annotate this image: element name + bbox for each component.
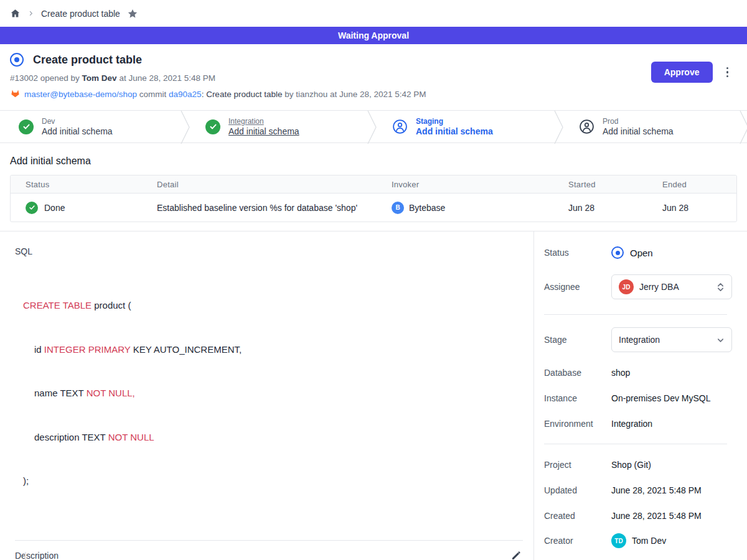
sql-code-block: CREATE TABLE product ( id INTEGER PRIMAR… <box>23 269 533 518</box>
task-status: Done <box>44 203 65 213</box>
updated-value: June 28, 2021 5:48 PM <box>611 485 702 495</box>
task-started: Jun 28 <box>568 203 662 213</box>
timeline-connector <box>25 552 26 560</box>
issue-open-icon <box>10 53 24 67</box>
sidebar-divider <box>544 314 727 315</box>
task-detail: Established baseline version %s for data… <box>157 203 392 213</box>
instance-value: On-premises Dev MySQL <box>611 393 710 403</box>
stage-prod[interactable]: Prod Add initial schema <box>560 111 747 142</box>
approve-button[interactable]: Approve <box>651 62 713 83</box>
stage-label: Stage <box>544 335 611 345</box>
vcs-commit-line: master@bytebase-demo/shop commit da90a25… <box>10 88 651 100</box>
issue-meta-suffix: at June 28, 2021 5:48 PM <box>117 73 215 83</box>
gitlab-icon <box>10 88 21 100</box>
star-bookmark-icon[interactable] <box>127 8 138 19</box>
created-value: June 28, 2021 5:48 PM <box>611 511 702 521</box>
sql-keyword: INTEGER PRIMARY <box>44 344 131 355</box>
stage-env-label: Integration <box>228 117 299 126</box>
creator-avatar: TD <box>611 533 626 548</box>
issue-meta-prefix: #13002 opened by <box>10 73 82 83</box>
sql-keyword: CREATE TABLE <box>23 300 92 310</box>
breadcrumb-page-label: Create product table <box>41 9 120 19</box>
page-title: Create product table <box>33 54 142 67</box>
assignee-value: Jerry DBA <box>639 282 679 292</box>
stage-task-label: Add initial schema <box>228 126 299 136</box>
home-icon[interactable] <box>10 8 21 19</box>
sql-text: KEY AUTO_INCREMENT, <box>130 344 242 355</box>
issue-author: Tom Dev <box>82 73 117 83</box>
task-table: Status Detail Invoker Started Ended Done… <box>10 175 737 222</box>
stage-staging[interactable]: Staging Add initial schema <box>374 111 560 142</box>
sql-text: id <box>34 344 44 355</box>
person-pending-icon <box>392 119 408 134</box>
assignee-avatar: JD <box>619 279 634 294</box>
chevron-right-icon <box>27 9 34 19</box>
vcs-commit-message: : Create product table <box>202 90 283 99</box>
vcs-commit-word: commit <box>137 90 169 99</box>
table-row: Done Established baseline version %s for… <box>11 194 736 222</box>
project-label: Project <box>544 460 611 470</box>
divider <box>15 540 523 541</box>
stage-task-label: Add initial schema <box>416 126 493 136</box>
project-value: Shop (Git) <box>611 460 651 470</box>
check-done-icon <box>19 119 34 134</box>
check-done-icon <box>205 119 220 134</box>
stage-env-label: Prod <box>603 117 674 126</box>
issue-detail-panel: SQL CREATE TABLE product ( id INTEGER PR… <box>0 231 533 560</box>
issue-sidebar: Status Open Assignee JD Jerry DBA Stage … <box>533 231 747 560</box>
status-banner: Waiting Approval <box>0 27 747 44</box>
check-done-icon <box>26 202 38 214</box>
invoker-avatar: B <box>392 202 404 214</box>
assignee-label: Assignee <box>544 282 611 292</box>
vcs-commit-byline: by tianzhou at June 28, 2021 5:42 PM <box>282 90 426 99</box>
col-status: Status <box>26 180 157 189</box>
pipeline-stages: Dev Add initial schema Integration Add i… <box>0 110 747 143</box>
stage-value: Integration <box>619 335 660 345</box>
environment-value: Integration <box>611 419 652 429</box>
edit-pencil-icon[interactable] <box>511 551 521 560</box>
stage-integration[interactable]: Integration Add initial schema <box>187 111 374 142</box>
environment-label: Environment <box>544 419 611 429</box>
col-detail: Detail <box>157 180 392 189</box>
stage-task-label: Add initial schema <box>42 126 113 136</box>
chevron-down-icon <box>716 336 725 344</box>
stage-env-label: Staging <box>416 117 493 126</box>
assignee-select[interactable]: JD Jerry DBA <box>611 274 732 299</box>
task-section-title: Add initial schema <box>10 156 737 167</box>
vcs-branch-link[interactable]: master@bytebase-demo/shop <box>24 90 137 99</box>
sidebar-divider <box>544 444 727 444</box>
vcs-commit-hash-link[interactable]: da90a25 <box>169 90 202 99</box>
sql-text: description TEXT <box>34 432 108 442</box>
created-label: Created <box>544 511 611 521</box>
database-value: shop <box>611 368 630 378</box>
task-ended: Jun 28 <box>662 203 721 213</box>
status-banner-text: Waiting Approval <box>338 30 409 40</box>
sql-text: product ( <box>92 300 131 310</box>
updated-label: Updated <box>544 485 611 495</box>
person-pending-icon <box>579 119 594 134</box>
more-actions-icon[interactable] <box>723 65 733 80</box>
issue-meta: #13002 opened by Tom Dev at June 28, 202… <box>10 73 651 83</box>
sql-label: SQL <box>15 246 533 256</box>
description-label: Description <box>15 551 59 560</box>
creator-label: Creator <box>544 536 611 546</box>
sql-keyword: NOT NULL <box>108 432 154 442</box>
status-value: Open <box>630 248 653 258</box>
creator-value: Tom Dev <box>632 536 666 546</box>
stage-task-label: Add initial schema <box>603 126 674 136</box>
open-status-icon <box>611 246 624 259</box>
instance-label: Instance <box>544 393 611 403</box>
database-label: Database <box>544 368 611 378</box>
col-invoker: Invoker <box>392 180 568 189</box>
issue-header: Create product table #13002 opened by To… <box>0 44 747 100</box>
invoker-name: Bytebase <box>409 203 445 213</box>
stage-select[interactable]: Integration <box>611 327 732 352</box>
status-label: Status <box>544 248 611 258</box>
sql-text: ); <box>23 475 29 486</box>
task-table-header: Status Detail Invoker Started Ended <box>11 175 736 194</box>
sql-keyword: NOT NULL, <box>87 388 135 398</box>
updown-chevron-icon <box>716 282 725 292</box>
breadcrumb: Create product table <box>0 0 747 27</box>
sql-text: name TEXT <box>34 388 87 398</box>
stage-dev[interactable]: Dev Add initial schema <box>0 111 187 142</box>
